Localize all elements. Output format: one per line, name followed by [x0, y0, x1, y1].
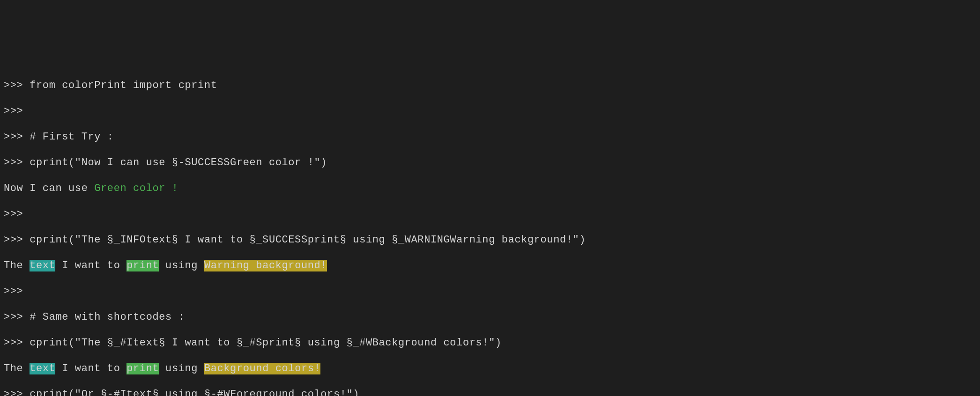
prompt: >>> [4, 208, 23, 220]
prompt: >>> [4, 337, 30, 349]
output-green-text: Green color ! [94, 183, 178, 194]
prompt: >>> [4, 131, 30, 143]
empty-prompt-line: >>> [4, 285, 976, 298]
prompt: >>> [4, 286, 23, 297]
code-text: cprint("Now I can use §-SUCCESSGreen col… [30, 157, 327, 169]
output-bg-success: print [126, 363, 159, 374]
prompt: >>> [4, 389, 30, 396]
output-bg-warn: Background colors! [204, 363, 320, 374]
input-line: >>> cprint("The §_#Itext§ I want to §_#S… [4, 337, 976, 350]
output-bg-warn: Warning background! [204, 260, 327, 271]
prompt: >>> [4, 105, 23, 117]
prompt: >>> [4, 157, 30, 169]
output-bg-success: print [126, 260, 159, 271]
output-bg-info: text [30, 363, 55, 374]
output-text: Now I can use [4, 183, 94, 194]
output-text: The [4, 363, 30, 374]
prompt: >>> [4, 234, 30, 246]
output-text: using [159, 260, 204, 271]
input-line: >>> from colorPrint import cprint [4, 79, 976, 92]
code-text: cprint("The §_#Itext§ I want to §_#Sprin… [30, 337, 502, 349]
output-text: I want to [55, 260, 126, 271]
prompt: >>> [4, 80, 30, 91]
empty-prompt-line: >>> [4, 208, 976, 221]
output-text: I want to [55, 363, 126, 374]
output-bg-info: text [30, 260, 55, 271]
output-line: The text I want to print using Backgroun… [4, 362, 976, 375]
output-text: using [159, 363, 204, 374]
input-line: >>> cprint("Or §-#Itext§ using §-#WForeg… [4, 388, 976, 396]
code-text: from colorPrint import cprint [30, 80, 217, 91]
output-line: Now I can use Green color ! [4, 182, 976, 195]
prompt: >>> [4, 311, 30, 323]
code-text: cprint("Or §-#Itext§ using §-#WForegroun… [30, 389, 359, 396]
output-text: The [4, 260, 30, 271]
empty-prompt-line: >>> [4, 105, 976, 118]
input-line: >>> cprint("Now I can use §-SUCCESSGreen… [4, 156, 976, 169]
input-line: >>> # Same with shortcodes : [4, 311, 976, 324]
terminal[interactable]: >>> from colorPrint import cprint >>> >>… [0, 65, 980, 396]
input-line: >>> cprint("The §_INFOtext§ I want to §_… [4, 234, 976, 247]
input-line: >>> # First Try : [4, 131, 976, 144]
output-line: The text I want to print using Warning b… [4, 259, 976, 272]
comment-text: # Same with shortcodes : [30, 311, 185, 323]
code-text: cprint("The §_INFOtext§ I want to §_SUCC… [30, 234, 586, 246]
comment-text: # First Try : [30, 131, 113, 143]
